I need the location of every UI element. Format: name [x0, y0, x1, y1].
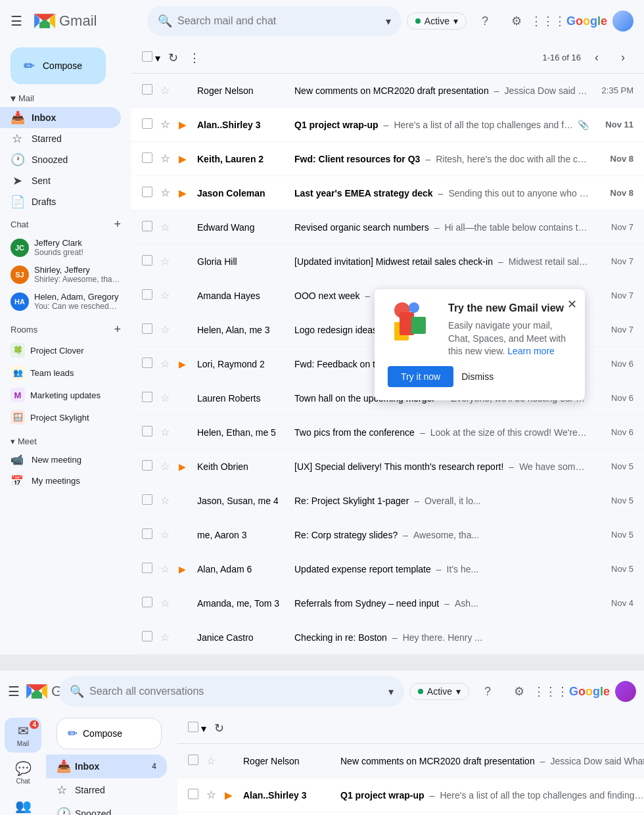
email-row[interactable]: ☆ Roger Nelson New comments on MCR2020 d… [131, 74, 644, 108]
chat-item-shirley[interactable]: SJ Shirley, Jeffery Shirley: Awesome, th… [0, 261, 131, 288]
compose-button[interactable]: ✏ Compose [11, 47, 106, 84]
bottom-nav-item-snoozed[interactable]: 🕐 Snoozed [46, 802, 167, 815]
meet-item-new[interactable]: 📹 New meeting [0, 449, 131, 470]
row-checkbox[interactable] [188, 789, 201, 802]
bottom-settings-icon[interactable]: ⚙ [506, 678, 532, 705]
star-icon[interactable]: ☆ [160, 392, 173, 404]
bottom-apps-icon[interactable]: ⋮⋮⋮ [538, 678, 564, 705]
menu-icon[interactable]: ☰ [11, 13, 22, 29]
avatar[interactable] [612, 11, 633, 32]
star-icon[interactable]: ☆ [160, 221, 173, 233]
nav-item-drafts[interactable]: 📄 Drafts [0, 191, 121, 212]
email-row[interactable]: ☆ Janice Castro Checking in re: Boston –… [131, 620, 644, 655]
bottom-menu-icon[interactable]: ☰ [8, 684, 20, 699]
star-icon[interactable]: ☆ [160, 118, 173, 131]
email-row[interactable]: ☆ ▶ Alan..Shirley 3 Q1 project wrap-up –… [131, 108, 644, 142]
apps-icon[interactable]: ⋮⋮⋮ [535, 8, 561, 34]
star-icon[interactable]: ☆ [160, 426, 173, 438]
bottom-help-icon[interactable]: ? [474, 678, 501, 705]
star-icon[interactable]: ☆ [160, 84, 173, 97]
email-row[interactable]: ☆ Edward Wang Revised organic search num… [131, 210, 644, 244]
row-checkbox[interactable] [142, 494, 155, 507]
chat-item-jeffery[interactable]: JC Jeffery Clark Sounds great! [0, 234, 131, 261]
room-item-project-clover[interactable]: 🍀 Project Clover [0, 339, 131, 361]
row-checkbox[interactable] [142, 563, 155, 576]
star-icon[interactable]: ☆ [160, 563, 173, 575]
star-icon[interactable]: ☆ [160, 152, 173, 165]
refresh-button[interactable]: ↻ [166, 48, 181, 68]
email-row[interactable]: ☆ ▶ Jason Coleman Last year's EMEA strat… [131, 176, 644, 210]
help-icon[interactable]: ? [472, 8, 498, 34]
bottom-refresh-button[interactable]: ↻ [212, 718, 227, 738]
email-row[interactable]: ☆ ▶ Keith, Lauren 2 Fwd: Client resource… [131, 142, 644, 176]
room-item-team-leads[interactable]: 👥 Team leads [0, 361, 131, 384]
row-checkbox[interactable] [142, 597, 155, 610]
email-row[interactable]: ☆ me, Aaron 3 Re: Corp strategy slides? … [131, 518, 644, 552]
nav-item-snoozed[interactable]: 🕐 Snoozed [0, 149, 121, 170]
bottom-select-all-checkbox[interactable]: ▾ [188, 722, 206, 735]
row-checkbox[interactable] [142, 460, 155, 473]
bottom-nav-spaces[interactable]: 👥 Spaces [5, 793, 41, 815]
nav-item-sent[interactable]: ➤ Sent [0, 170, 121, 191]
bottom-search-bar[interactable]: 🔍 ▾ [59, 676, 404, 707]
star-icon[interactable]: ☆ [206, 755, 219, 767]
row-checkbox[interactable] [142, 358, 155, 371]
chat-item-helen[interactable]: HA Helen, Adam, Gregory You: Can we resc… [0, 288, 131, 315]
row-checkbox[interactable] [188, 755, 201, 768]
star-icon[interactable]: ☆ [206, 789, 219, 801]
bottom-compose-button[interactable]: ✏ Compose [57, 718, 162, 749]
room-item-marketing[interactable]: M Marketing updates [0, 384, 131, 406]
star-icon[interactable]: ☆ [160, 289, 173, 302]
row-checkbox[interactable] [142, 221, 155, 234]
select-all-checkbox[interactable]: ▾ [142, 51, 160, 64]
search-dropdown-icon[interactable]: ▾ [386, 15, 391, 28]
row-checkbox[interactable] [142, 255, 155, 268]
popup-dismiss-button[interactable]: Dismiss [461, 371, 494, 382]
row-checkbox[interactable] [142, 187, 155, 200]
row-checkbox[interactable] [142, 84, 155, 97]
bottom-nav-item-inbox[interactable]: 📥 Inbox 4 [46, 755, 167, 778]
star-icon[interactable]: ☆ [160, 631, 173, 643]
prev-page-button[interactable]: ‹ [586, 47, 607, 68]
bottom-active-status-badge[interactable]: Active ▾ [409, 683, 469, 700]
nav-item-starred[interactable]: ☆ Starred [0, 128, 121, 149]
star-icon[interactable]: ☆ [160, 597, 173, 609]
more-options-button[interactable]: ⋮ [186, 48, 203, 68]
email-row[interactable]: ☆ ▶ Keith Obrien [UX] Special delivery! … [131, 450, 644, 484]
row-checkbox[interactable] [142, 152, 155, 166]
row-checkbox[interactable] [142, 426, 155, 439]
row-checkbox[interactable] [142, 631, 155, 644]
meet-section-header[interactable]: ▾ Meet [0, 434, 131, 449]
email-row[interactable]: ☆ Gloria Hill [Updated invitation] Midwe… [131, 244, 644, 279]
bottom-nav-chat[interactable]: 💬 Chat [5, 755, 41, 790]
star-icon[interactable]: ☆ [160, 528, 173, 541]
chat-add-icon[interactable]: + [114, 218, 121, 231]
nav-item-inbox[interactable]: 📥 Inbox [0, 107, 121, 128]
select-dropdown-icon[interactable]: ▾ [155, 53, 160, 64]
room-item-project-skylight[interactable]: 🪟 Project Skylight [0, 406, 131, 429]
star-icon[interactable]: ☆ [160, 255, 173, 268]
email-row[interactable]: ☆ Roger Nelson New comments on MCR2020 d… [177, 744, 644, 778]
email-row[interactable]: ☆ ▶ Keith, Lauren 2 Fwd: Client resource… [177, 812, 644, 815]
search-bar[interactable]: 🔍 ▾ [147, 6, 402, 36]
email-row[interactable]: ☆ ▶ Alan, Adam 6 Updated expense report … [131, 552, 644, 586]
search-input[interactable] [177, 15, 380, 27]
email-row[interactable]: ☆ Helen, Ethan, me 5 Two pics from the c… [131, 415, 644, 450]
email-row[interactable]: ☆ Amanda, me, Tom 3 Referrals from Sydne… [131, 586, 644, 620]
active-status-badge[interactable]: Active ▾ [407, 12, 467, 30]
email-row[interactable]: ☆ Jason, Susan, me 4 Re: Project Skyligh… [131, 484, 644, 518]
meet-item-my[interactable]: 📅 My meetings [0, 470, 131, 491]
star-icon[interactable]: ☆ [160, 323, 173, 336]
row-checkbox[interactable] [142, 392, 155, 405]
row-checkbox[interactable] [142, 289, 155, 302]
bottom-search-input[interactable] [89, 686, 383, 697]
bottom-search-dropdown-icon[interactable]: ▾ [388, 686, 394, 698]
star-icon[interactable]: ☆ [160, 187, 173, 199]
bottom-nav-item-starred[interactable]: ☆ Starred [46, 778, 167, 802]
star-icon[interactable]: ☆ [160, 460, 173, 473]
mail-section-label[interactable]: ▾ Mail [0, 89, 131, 107]
popup-learn-more-link[interactable]: Learn more [507, 346, 555, 356]
bottom-avatar[interactable] [615, 681, 636, 702]
star-icon[interactable]: ☆ [160, 494, 173, 507]
row-checkbox[interactable] [142, 528, 155, 542]
